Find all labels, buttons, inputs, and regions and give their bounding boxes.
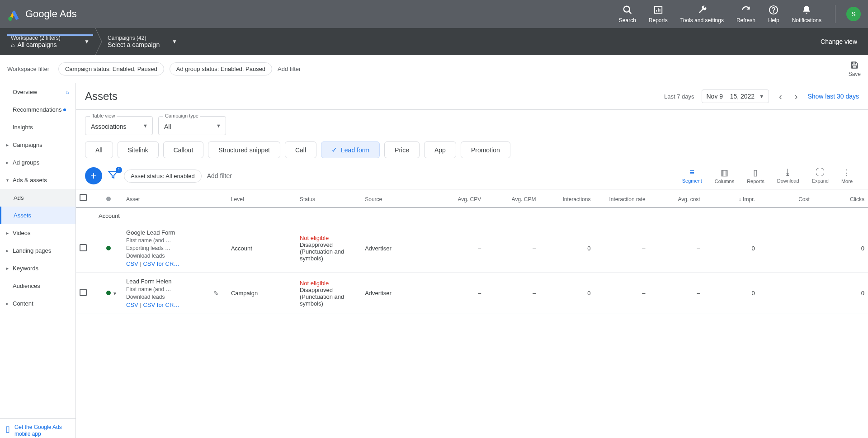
columns-icon: ▥ — [721, 168, 728, 178]
col-interaction-rate[interactable]: Interaction rate — [594, 189, 649, 208]
home-icon: ⌂ — [66, 89, 69, 95]
asset-cell[interactable]: Google Lead Form First name (and … Expor… — [123, 224, 210, 273]
col-impr[interactable]: ↓ Impr. — [704, 189, 759, 208]
col-source[interactable]: Source — [361, 189, 430, 208]
sidebar-item-content[interactable]: ▸Content — [0, 295, 75, 312]
avg-cpv-cell: – — [430, 224, 485, 273]
filter-icon-button[interactable]: 1 — [108, 170, 118, 183]
expand-tool[interactable]: ⛶ Expand — [806, 168, 835, 184]
csv-link[interactable]: CSV — [126, 301, 138, 308]
more-tool[interactable]: ⋮ More — [835, 168, 859, 184]
date-range-picker[interactable]: Nov 9 – 15, 2022 ▼ — [702, 89, 769, 103]
logo[interactable]: Google Ads — [7, 7, 77, 21]
home-icon: ⌂ — [11, 41, 14, 48]
avg-cpv-cell: – — [430, 273, 485, 314]
breadcrumb-workspace[interactable]: Workspace (2 filters) ⌂All campaigns ▼ — [7, 35, 93, 48]
sidebar-item-landing-pages[interactable]: ▸Landing pages — [0, 242, 75, 259]
table-view-select[interactable]: Table view Associations ▼ — [85, 116, 153, 135]
caret-right-icon: ▸ — [6, 142, 13, 147]
show-30-days-link[interactable]: Show last 30 days — [807, 93, 859, 100]
add-filter-button[interactable]: Add filter — [278, 66, 301, 72]
segment-icon: ≡ — [689, 168, 694, 177]
search-tool[interactable]: Search — [613, 5, 642, 24]
cost-cell — [759, 224, 813, 273]
more-vert-icon: ⋮ — [843, 168, 851, 178]
sidebar-item-ads-assets[interactable]: ▾Ads & assets — [0, 171, 75, 189]
pill-lead-form[interactable]: ✓Lead form — [321, 141, 380, 158]
sidebar-item-ads[interactable]: Ads — [0, 189, 75, 207]
prev-period-button[interactable]: ‹ — [776, 91, 785, 102]
add-asset-fab[interactable]: + — [85, 167, 102, 184]
sidebar-item-recommendations[interactable]: Recommendations — [0, 101, 75, 118]
svg-line-2 — [629, 11, 632, 14]
col-avg-cpm[interactable]: Avg. CPM — [485, 189, 539, 208]
reports-tool[interactable]: Reports — [642, 5, 674, 24]
select-all-checkbox[interactable] — [80, 194, 87, 201]
user-avatar[interactable]: S — [846, 7, 861, 21]
sidebar-item-keywords[interactable]: ▸Keywords — [0, 259, 75, 277]
help-tool[interactable]: Help — [762, 5, 786, 24]
sidebar-item-videos[interactable]: ▸Videos — [0, 224, 75, 242]
breadcrumb-campaigns[interactable]: Campaigns (42) Select a campaign ▼ — [104, 35, 181, 48]
notifications-tool[interactable]: Notifications — [786, 5, 828, 24]
change-view-button[interactable]: Change view — [817, 34, 861, 49]
interaction-rate-cell: – — [594, 273, 649, 314]
col-avg-cost[interactable]: Avg. cost — [649, 189, 704, 208]
pill-all[interactable]: All — [85, 141, 113, 158]
pill-price[interactable]: Price — [384, 141, 420, 158]
tools-settings-tool[interactable]: Tools and settings — [674, 5, 730, 24]
col-interactions[interactable]: Interactions — [539, 189, 594, 208]
asset-cell[interactable]: Lead Form Helen First name (and … Downlo… — [123, 273, 210, 314]
pill-promotion[interactable]: Promotion — [461, 141, 510, 158]
pill-callout[interactable]: Callout — [163, 141, 204, 158]
sidebar-footer-mobile-app[interactable]: ▯ Get the Google Ads mobile app — [0, 418, 75, 438]
notification-dot-icon — [63, 108, 66, 111]
edit-pencil-icon[interactable]: ✎ — [213, 290, 219, 297]
sidebar-item-ad-groups[interactable]: ▸Ad groups — [0, 154, 75, 171]
pill-sitelink[interactable]: Sitelink — [118, 141, 159, 158]
breadcrumb-bar: Workspace (2 filters) ⌂All campaigns ▼ C… — [0, 28, 868, 55]
sidebar-item-assets[interactable]: Assets — [0, 207, 75, 224]
csv-link[interactable]: CSV — [126, 260, 138, 267]
csv-crm-link[interactable]: CSV for CR… — [143, 301, 179, 308]
product-name: Google Ads — [25, 8, 77, 20]
col-cost[interactable]: Cost — [759, 189, 813, 208]
row-checkbox[interactable] — [80, 244, 87, 251]
pill-call[interactable]: Call — [285, 141, 316, 158]
sidebar: Overview ⌂ Recommendations Insights ▸Cam… — [0, 83, 76, 438]
caret-down-icon: ▼ — [216, 123, 221, 128]
col-asset[interactable]: Asset — [123, 189, 210, 208]
row-checkbox[interactable] — [80, 289, 87, 296]
sidebar-item-campaigns[interactable]: ▸Campaigns — [0, 136, 75, 154]
download-tool[interactable]: ⭳ Download — [771, 168, 806, 184]
sidebar-item-insights[interactable]: Insights — [0, 118, 75, 136]
search-icon — [623, 5, 632, 15]
col-clicks[interactable]: Clicks — [813, 189, 868, 208]
avg-cpm-cell: – — [485, 273, 539, 314]
reports-tool-table[interactable]: ▯ Reports — [741, 168, 771, 184]
segment-tool[interactable]: ≡ Segment — [676, 168, 708, 184]
sidebar-item-overview[interactable]: Overview ⌂ — [0, 83, 75, 101]
sidebar-item-audiences[interactable]: Audiences — [0, 277, 75, 295]
caret-down-icon: ▼ — [172, 38, 177, 45]
next-period-button[interactable]: › — [792, 91, 801, 102]
table-add-filter-button[interactable]: Add filter — [207, 172, 232, 179]
col-avg-cpv[interactable]: Avg. CPV — [430, 189, 485, 208]
caret-down-icon[interactable]: ▼ — [113, 291, 117, 296]
asset-status-chip[interactable]: Asset status: All enabled — [124, 170, 202, 183]
bar-chart-icon: ▯ — [753, 168, 758, 178]
refresh-tool[interactable]: Refresh — [730, 5, 762, 24]
filter-chip-campaign-status[interactable]: Campaign status: Enabled, Paused — [58, 62, 164, 75]
campaign-type-select[interactable]: Campaign type All ▼ — [158, 116, 226, 135]
csv-crm-link[interactable]: CSV for CR… — [143, 260, 179, 267]
columns-tool[interactable]: ▥ Columns — [708, 168, 741, 184]
save-button[interactable]: Save — [849, 61, 861, 77]
filter-chip-adgroup-status[interactable]: Ad group status: Enabled, Paused — [170, 62, 272, 75]
pill-app[interactable]: App — [424, 141, 456, 158]
col-level[interactable]: Level — [227, 189, 296, 208]
avg-cost-cell: – — [649, 273, 704, 314]
caret-down-icon: ▾ — [6, 178, 13, 183]
pill-structured-snippet[interactable]: Structured snippet — [208, 141, 280, 158]
caret-down-icon: ▼ — [759, 94, 764, 99]
col-status[interactable]: Status — [296, 189, 361, 208]
